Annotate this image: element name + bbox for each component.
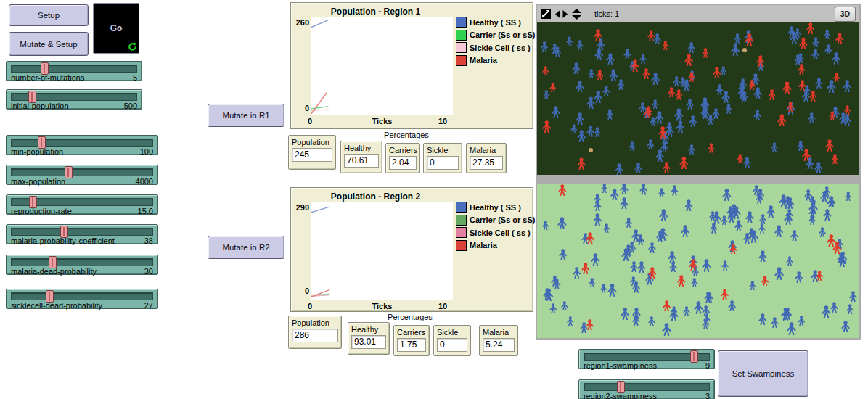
slider-value: 27 [144,302,153,310]
monitor-label: Malaria [483,328,515,337]
slider-track[interactable] [11,168,153,176]
slider-min-population[interactable]: min-population100 [6,135,158,155]
resize-view-icon[interactable] [541,9,551,19]
slider-track[interactable] [11,139,153,147]
vertical-arrows-icon[interactable] [572,9,581,20]
slider-handle[interactable] [41,62,49,75]
mutate-in-r1-button[interactable]: Mutate in R1 [208,104,284,127]
slider-number-of-mutations[interactable]: number-of-mutations5 [6,61,142,81]
view-3d-button[interactable]: 3D [835,7,856,22]
slider-handle[interactable] [65,166,73,178]
monitor-label: Healthy [351,325,386,334]
horizontal-arrows-icon[interactable] [555,10,568,18]
monitor-label: Carriers [397,328,426,337]
go-button[interactable]: Go [93,3,139,54]
population-monitor-r2: Population 286 [288,316,342,349]
sickle-monitor-r1: Sickle 0 [423,143,462,173]
y-axis-zero-tick: 0 [292,104,309,112]
slider-handle[interactable] [29,196,37,208]
legend-swatch-healthy [456,17,467,28]
plot-lines [311,202,453,300]
plot-legend: Healthy ( SS ) Carrier (Ss or sS) Sickle… [456,17,535,66]
slider-handle[interactable] [60,226,68,238]
region-divider [537,175,859,184]
setup-button[interactable]: Setup [9,4,89,26]
slider-region1-swampiness[interactable]: region1-swampiness9 [578,349,715,369]
y-axis-max-tick: 290 [292,203,309,212]
slider-value: 9 [705,362,710,370]
legend-label: Healthy ( SS ) [470,18,521,27]
monitor-label: Sickle [427,146,459,155]
slider-handle[interactable] [690,350,698,363]
slider-handle[interactable] [38,136,46,149]
slider-track[interactable] [11,228,153,236]
monitor-value: 286 [292,329,338,342]
legend-item: Healthy ( SS ) [456,202,535,213]
legend-swatch-malaria [456,240,467,251]
slider-track[interactable] [11,258,153,266]
y-axis-max-tick: 260 [292,18,309,27]
slider-label: sicklecell-dead-probability [11,302,102,310]
legend-swatch-healthy [456,202,467,213]
plot-region-1: Population - Region 1 260 0 0 Ticks 10 H… [290,2,533,129]
plot-lines [311,17,453,115]
slider-sicklecell-dead-probability[interactable]: sicklecell-dead-probability27 [6,289,158,309]
legend-swatch-sickle [456,42,467,53]
slider-track[interactable] [11,292,153,300]
slider-label: number-of-mutations [11,74,85,82]
carriers-monitor-r2: Carriers 1.75 [393,325,430,356]
slider-malaria-dead-probability[interactable]: malaria-dead-probability30 [6,255,158,275]
monitor-value: 0 [437,338,467,352]
mutate-in-r2-button[interactable]: Mutate in R2 [208,236,284,259]
slider-label: malaria-dead-probability [11,268,97,276]
legend-label: Sickle Cell ( ss ) [470,229,531,237]
slider-handle[interactable] [49,256,57,268]
slider-value: 100 [140,148,153,156]
slider-value: 3 [705,392,710,399]
plot-canvas [311,202,453,300]
mosquito-dot [589,148,593,152]
monitor-value: 245 [292,148,332,162]
legend-item: Sickle Cell ( ss ) [456,227,535,238]
monitor-label: Carriers [389,146,417,155]
slider-initial-population[interactable]: initial-population500 [6,89,142,110]
monitor-value: 1.75 [397,338,426,352]
legend-swatch-malaria [456,55,467,66]
slider-value: 15.0 [138,207,153,215]
slider-label: region2-swampiness [584,392,657,399]
legend-item: Healthy ( SS ) [456,17,535,28]
x-axis-label: Ticks [311,302,453,310]
sickle-monitor-r2: Sickle 0 [433,325,471,356]
slider-value: 30 [144,268,153,276]
slider-label: max-population [11,178,65,186]
slider-malaria-probability-coefficient[interactable]: malaria-probability-coefficient38 [6,224,158,244]
healthy-monitor-r2: Healthy 93.01 [348,322,390,355]
set-swampiness-button[interactable]: Set Swampiness [718,350,808,397]
plot-canvas [311,17,453,115]
slider-reproduction-rate[interactable]: reproduction-rate15.0 [6,194,158,215]
world-region-1 [537,22,859,175]
legend-swatch-carrier [456,30,467,41]
slider-handle[interactable] [28,91,36,103]
slider-track[interactable] [584,383,710,391]
legend-label: Healthy ( SS ) [470,203,521,212]
slider-handle[interactable] [46,290,54,303]
legend-item: Sickle Cell ( ss ) [456,42,535,53]
monitor-label: Healthy [344,144,379,153]
population-monitor-r1: Population 245 [288,135,336,170]
world-view: ticks: 1 3D [536,4,861,340]
slider-label: reproduction-rate [11,207,72,215]
slider-max-population[interactable]: max-population4000 [6,165,158,185]
slider-region2-swampiness[interactable]: region2-swampiness3 [578,379,715,399]
slider-track[interactable] [11,93,137,101]
mutate-and-setup-button[interactable]: Mutate & Setup [9,32,89,56]
tick-counter: ticks: 1 [594,9,619,18]
plot-legend: Healthy ( SS ) Carrier (Ss or sS) Sickle… [456,202,535,251]
x-axis-max-tick: 10 [438,117,456,126]
slider-track[interactable] [11,198,153,206]
slider-track[interactable] [584,353,710,361]
percentages-header-r2: Percentages [345,313,475,321]
monitor-label: Sickle [437,328,467,337]
slider-track[interactable] [11,65,137,73]
slider-handle[interactable] [617,381,625,393]
